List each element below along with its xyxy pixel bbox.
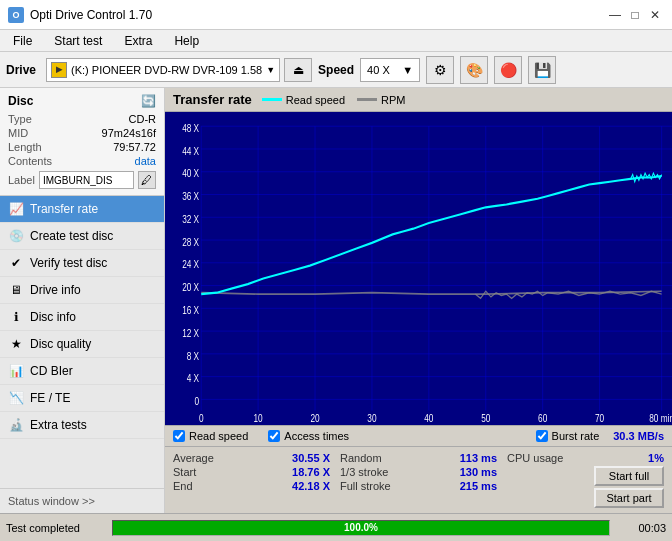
- read-speed-checkbox-item: Read speed: [173, 430, 248, 442]
- stat-end: End 42.18 X: [173, 479, 330, 493]
- nav-cd-bier[interactable]: 📊 CD BIer: [0, 358, 164, 385]
- progress-bar-label: 100.0%: [344, 522, 378, 533]
- speed-dropdown-arrow: ▼: [402, 64, 413, 76]
- svg-rect-0: [165, 112, 672, 425]
- svg-text:8 X: 8 X: [187, 349, 200, 362]
- disc-label-row: Label 🖊: [8, 171, 156, 189]
- verify-test-disc-icon: ✔: [8, 255, 24, 271]
- nav-fe-te[interactable]: 📉 FE / TE: [0, 385, 164, 412]
- stat-cpu-label: CPU usage: [507, 452, 563, 464]
- stat-third-stroke-label: 1/3 stroke: [340, 466, 388, 478]
- svg-text:20 X: 20 X: [182, 281, 199, 294]
- svg-text:40: 40: [424, 412, 434, 425]
- svg-text:50: 50: [481, 412, 491, 425]
- eject-button[interactable]: ⏏: [284, 58, 312, 82]
- nav-drive-info[interactable]: 🖥 Drive info: [0, 277, 164, 304]
- burst-rate-value: 30.3 MB/s: [613, 430, 664, 442]
- disc-refresh-icon[interactable]: 🔄: [141, 94, 156, 108]
- speed-label: Speed: [318, 63, 354, 77]
- stat-full-stroke-label: Full stroke: [340, 480, 391, 492]
- extra-tests-icon: 🔬: [8, 417, 24, 433]
- disc-mid-value: 97m24s16f: [102, 127, 156, 139]
- start-full-button[interactable]: Start full: [594, 466, 664, 486]
- stat-average-label: Average: [173, 452, 214, 464]
- nav-items: 📈 Transfer rate 💿 Create test disc ✔ Ver…: [0, 196, 164, 439]
- disc-header: Disc 🔄: [8, 94, 156, 108]
- speed-value: 40 X: [367, 64, 390, 76]
- read-speed-checkbox[interactable]: [173, 430, 185, 442]
- chart-container: 48 X 44 X 40 X 36 X 32 X 28 X 24 X 20 X …: [165, 112, 672, 425]
- stat-full-stroke: Full stroke 215 ms: [340, 479, 497, 493]
- stat-end-label: End: [173, 480, 193, 492]
- minimize-button[interactable]: —: [606, 6, 624, 24]
- disc-label-input[interactable]: [39, 171, 134, 189]
- nav-disc-info[interactable]: ℹ Disc info: [0, 304, 164, 331]
- disc-info-icon: ℹ: [8, 309, 24, 325]
- toolbar-btn-4[interactable]: 💾: [528, 56, 556, 84]
- disc-length-value: 79:57.72: [113, 141, 156, 153]
- svg-text:60: 60: [538, 412, 548, 425]
- nav-verify-test-disc[interactable]: ✔ Verify test disc: [0, 250, 164, 277]
- nav-transfer-rate[interactable]: 📈 Transfer rate: [0, 196, 164, 223]
- legend-read-speed-color: [262, 98, 282, 101]
- maximize-button[interactable]: □: [626, 6, 644, 24]
- menu-file[interactable]: File: [4, 31, 41, 51]
- stat-start-part-row: Start part: [507, 487, 664, 509]
- burst-rate-label: Burst rate: [552, 430, 600, 442]
- svg-text:24 X: 24 X: [182, 258, 199, 271]
- speed-dropdown[interactable]: 40 X ▼: [360, 58, 420, 82]
- title-bar-left: O Opti Drive Control 1.70: [8, 7, 152, 23]
- stat-end-value: 42.18 X: [292, 480, 330, 492]
- progress-bar-container: 100.0%: [112, 520, 610, 536]
- svg-text:12 X: 12 X: [182, 326, 199, 339]
- status-window-button[interactable]: Status window >>: [0, 488, 164, 513]
- menu-help[interactable]: Help: [165, 31, 208, 51]
- status-text: Test completed: [6, 522, 106, 534]
- disc-label-button[interactable]: 🖊: [138, 171, 156, 189]
- drive-dropdown-arrow: ▼: [266, 65, 275, 75]
- disc-type-value: CD-R: [129, 113, 157, 125]
- toolbar-btn-3[interactable]: 🔴: [494, 56, 522, 84]
- disc-contents-label: Contents: [8, 155, 52, 167]
- nav-extra-tests[interactable]: 🔬 Extra tests: [0, 412, 164, 439]
- menu-bar: File Start test Extra Help: [0, 30, 672, 52]
- menu-extra[interactable]: Extra: [115, 31, 161, 51]
- chart-header: Transfer rate Read speed RPM: [165, 88, 672, 112]
- stat-cpu-value: 1%: [648, 452, 664, 464]
- stats-grid: Average 30.55 X Start 18.76 X End 42.18 …: [165, 447, 672, 513]
- toolbar-btn-2[interactable]: 🎨: [460, 56, 488, 84]
- nav-create-test-disc[interactable]: 💿 Create test disc: [0, 223, 164, 250]
- toolbar: Drive ▶ (K:) PIONEER DVD-RW DVR-109 1.58…: [0, 52, 672, 88]
- app-icon: O: [8, 7, 24, 23]
- stat-third-stroke: 1/3 stroke 130 ms: [340, 465, 497, 479]
- svg-text:10: 10: [254, 412, 264, 425]
- transfer-rate-icon: 📈: [8, 201, 24, 217]
- stat-random-value: 113 ms: [460, 452, 497, 464]
- nav-disc-quality[interactable]: ★ Disc quality: [0, 331, 164, 358]
- chart-title: Transfer rate: [173, 92, 252, 107]
- close-button[interactable]: ✕: [646, 6, 664, 24]
- stats-checkboxes: Read speed Access times Burst rate 30.3 …: [165, 426, 672, 447]
- drive-dropdown[interactable]: ▶ (K:) PIONEER DVD-RW DVR-109 1.58 ▼: [46, 58, 280, 82]
- stat-third-stroke-value: 130 ms: [460, 466, 497, 478]
- svg-text:36 X: 36 X: [182, 190, 199, 203]
- stats-col1: Average 30.55 X Start 18.76 X End 42.18 …: [173, 451, 330, 509]
- stat-random-label: Random: [340, 452, 382, 464]
- access-times-checkbox[interactable]: [268, 430, 280, 442]
- burst-rate-checkbox[interactable]: [536, 430, 548, 442]
- drive-label: Drive: [6, 63, 40, 77]
- nav-create-test-disc-label: Create test disc: [30, 229, 113, 243]
- nav-cd-bier-label: CD BIer: [30, 364, 73, 378]
- title-controls: — □ ✕: [606, 6, 664, 24]
- menu-start-test[interactable]: Start test: [45, 31, 111, 51]
- svg-text:30: 30: [367, 412, 377, 425]
- svg-text:40 X: 40 X: [182, 167, 199, 180]
- stat-start-label: Start: [173, 466, 196, 478]
- progress-bar-fill: 100.0%: [113, 521, 609, 535]
- legend-rpm-color: [357, 98, 377, 101]
- toolbar-btn-1[interactable]: ⚙: [426, 56, 454, 84]
- svg-text:0: 0: [195, 395, 200, 408]
- start-part-button[interactable]: Start part: [594, 488, 664, 508]
- drive-cd-icon: ▶: [51, 62, 67, 78]
- disc-quality-icon: ★: [8, 336, 24, 352]
